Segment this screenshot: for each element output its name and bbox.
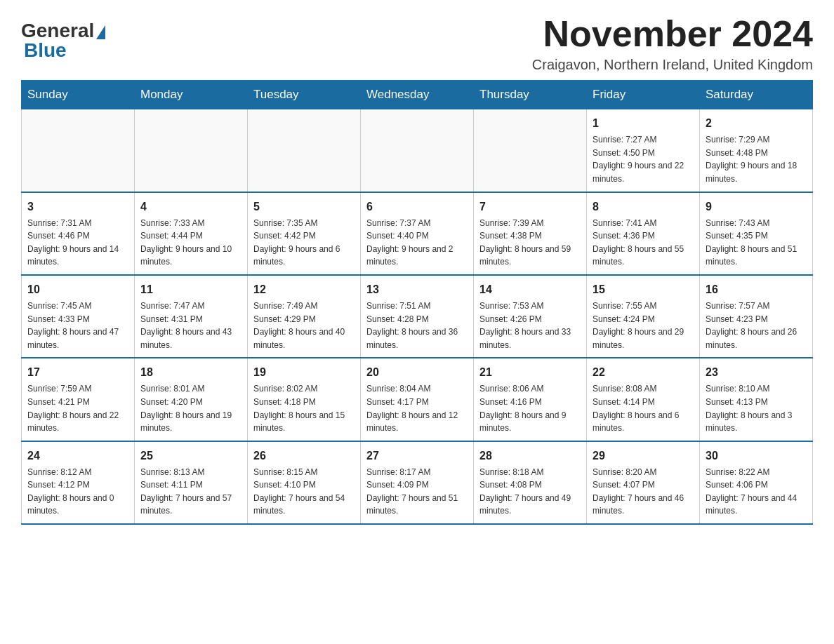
day-info: Sunrise: 8:12 AM Sunset: 4:12 PM Dayligh… bbox=[27, 466, 128, 518]
day-number: 9 bbox=[706, 199, 807, 215]
table-row bbox=[474, 109, 587, 192]
table-row: 22Sunrise: 8:08 AM Sunset: 4:14 PM Dayli… bbox=[587, 358, 700, 441]
day-info: Sunrise: 7:59 AM Sunset: 4:21 PM Dayligh… bbox=[27, 382, 128, 434]
table-row: 11Sunrise: 7:47 AM Sunset: 4:31 PM Dayli… bbox=[135, 275, 248, 358]
calendar-week-row: 1Sunrise: 7:27 AM Sunset: 4:50 PM Daylig… bbox=[22, 109, 813, 192]
day-number: 10 bbox=[27, 281, 128, 298]
day-number: 1 bbox=[593, 115, 694, 132]
day-number: 11 bbox=[140, 281, 241, 298]
col-monday: Monday bbox=[135, 81, 248, 109]
day-info: Sunrise: 7:53 AM Sunset: 4:26 PM Dayligh… bbox=[479, 300, 581, 351]
day-number: 26 bbox=[253, 448, 355, 464]
day-number: 29 bbox=[593, 448, 694, 464]
day-number: 2 bbox=[706, 115, 807, 132]
day-info: Sunrise: 7:37 AM Sunset: 4:40 PM Dayligh… bbox=[366, 217, 468, 269]
day-info: Sunrise: 7:49 AM Sunset: 4:29 PM Dayligh… bbox=[253, 300, 355, 351]
day-number: 22 bbox=[593, 364, 694, 381]
table-row: 15Sunrise: 7:55 AM Sunset: 4:24 PM Dayli… bbox=[587, 275, 700, 358]
table-row: 8Sunrise: 7:41 AM Sunset: 4:36 PM Daylig… bbox=[587, 192, 700, 275]
day-info: Sunrise: 8:10 AM Sunset: 4:13 PM Dayligh… bbox=[706, 382, 807, 434]
day-number: 24 bbox=[27, 448, 128, 464]
day-info: Sunrise: 8:06 AM Sunset: 4:16 PM Dayligh… bbox=[479, 382, 581, 434]
table-row: 4Sunrise: 7:33 AM Sunset: 4:44 PM Daylig… bbox=[135, 192, 248, 275]
calendar-week-row: 17Sunrise: 7:59 AM Sunset: 4:21 PM Dayli… bbox=[22, 358, 813, 441]
day-number: 15 bbox=[593, 281, 694, 298]
table-row: 24Sunrise: 8:12 AM Sunset: 4:12 PM Dayli… bbox=[22, 441, 135, 524]
table-row: 5Sunrise: 7:35 AM Sunset: 4:42 PM Daylig… bbox=[248, 192, 361, 275]
col-wednesday: Wednesday bbox=[361, 81, 474, 109]
day-info: Sunrise: 8:22 AM Sunset: 4:06 PM Dayligh… bbox=[706, 466, 807, 518]
table-row bbox=[22, 109, 135, 192]
day-info: Sunrise: 7:29 AM Sunset: 4:48 PM Dayligh… bbox=[706, 133, 807, 185]
day-number: 17 bbox=[27, 364, 128, 381]
col-thursday: Thursday bbox=[474, 81, 587, 109]
table-row: 23Sunrise: 8:10 AM Sunset: 4:13 PM Dayli… bbox=[700, 358, 813, 441]
day-number: 20 bbox=[366, 364, 468, 381]
day-info: Sunrise: 8:02 AM Sunset: 4:18 PM Dayligh… bbox=[253, 382, 355, 434]
table-row: 9Sunrise: 7:43 AM Sunset: 4:35 PM Daylig… bbox=[700, 192, 813, 275]
day-number: 28 bbox=[479, 448, 581, 464]
location-subtitle: Craigavon, Northern Ireland, United King… bbox=[532, 57, 813, 73]
month-title: November 2024 bbox=[532, 14, 813, 54]
table-row: 20Sunrise: 8:04 AM Sunset: 4:17 PM Dayli… bbox=[361, 358, 474, 441]
table-row: 19Sunrise: 8:02 AM Sunset: 4:18 PM Dayli… bbox=[248, 358, 361, 441]
col-tuesday: Tuesday bbox=[248, 81, 361, 109]
page-header: General Blue November 2024 Craigavon, No… bbox=[21, 14, 813, 73]
day-info: Sunrise: 8:20 AM Sunset: 4:07 PM Dayligh… bbox=[593, 466, 694, 518]
table-row bbox=[361, 109, 474, 192]
table-row: 16Sunrise: 7:57 AM Sunset: 4:23 PM Dayli… bbox=[700, 275, 813, 358]
day-info: Sunrise: 8:13 AM Sunset: 4:11 PM Dayligh… bbox=[140, 466, 241, 518]
day-number: 7 bbox=[479, 199, 581, 215]
table-row: 26Sunrise: 8:15 AM Sunset: 4:10 PM Dayli… bbox=[248, 441, 361, 524]
table-row: 27Sunrise: 8:17 AM Sunset: 4:09 PM Dayli… bbox=[361, 441, 474, 524]
day-info: Sunrise: 7:39 AM Sunset: 4:38 PM Dayligh… bbox=[479, 217, 581, 269]
day-info: Sunrise: 7:45 AM Sunset: 4:33 PM Dayligh… bbox=[27, 300, 128, 351]
day-number: 25 bbox=[140, 448, 241, 464]
day-info: Sunrise: 7:57 AM Sunset: 4:23 PM Dayligh… bbox=[706, 300, 807, 351]
table-row bbox=[135, 109, 248, 192]
day-info: Sunrise: 7:43 AM Sunset: 4:35 PM Dayligh… bbox=[706, 217, 807, 269]
day-info: Sunrise: 7:33 AM Sunset: 4:44 PM Dayligh… bbox=[140, 217, 241, 269]
table-row: 28Sunrise: 8:18 AM Sunset: 4:08 PM Dayli… bbox=[474, 441, 587, 524]
table-row: 10Sunrise: 7:45 AM Sunset: 4:33 PM Dayli… bbox=[22, 275, 135, 358]
day-number: 6 bbox=[366, 199, 468, 215]
day-number: 27 bbox=[366, 448, 468, 464]
day-number: 21 bbox=[479, 364, 581, 381]
table-row: 25Sunrise: 8:13 AM Sunset: 4:11 PM Dayli… bbox=[135, 441, 248, 524]
col-friday: Friday bbox=[587, 81, 700, 109]
title-section: November 2024 Craigavon, Northern Irelan… bbox=[532, 14, 813, 73]
day-info: Sunrise: 7:41 AM Sunset: 4:36 PM Dayligh… bbox=[593, 217, 694, 269]
table-row: 18Sunrise: 8:01 AM Sunset: 4:20 PM Dayli… bbox=[135, 358, 248, 441]
table-row bbox=[248, 109, 361, 192]
day-info: Sunrise: 8:08 AM Sunset: 4:14 PM Dayligh… bbox=[593, 382, 694, 434]
day-info: Sunrise: 8:17 AM Sunset: 4:09 PM Dayligh… bbox=[366, 466, 468, 518]
day-info: Sunrise: 7:27 AM Sunset: 4:50 PM Dayligh… bbox=[593, 133, 694, 185]
calendar-table: Sunday Monday Tuesday Wednesday Thursday… bbox=[21, 80, 813, 525]
table-row: 12Sunrise: 7:49 AM Sunset: 4:29 PM Dayli… bbox=[248, 275, 361, 358]
logo: General Blue bbox=[21, 21, 105, 60]
day-number: 5 bbox=[253, 199, 355, 215]
day-number: 13 bbox=[366, 281, 468, 298]
table-row: 7Sunrise: 7:39 AM Sunset: 4:38 PM Daylig… bbox=[474, 192, 587, 275]
logo-general-text: General bbox=[21, 21, 94, 41]
day-info: Sunrise: 7:35 AM Sunset: 4:42 PM Dayligh… bbox=[253, 217, 355, 269]
day-number: 14 bbox=[479, 281, 581, 298]
day-number: 19 bbox=[253, 364, 355, 381]
table-row: 29Sunrise: 8:20 AM Sunset: 4:07 PM Dayli… bbox=[587, 441, 700, 524]
day-info: Sunrise: 8:15 AM Sunset: 4:10 PM Dayligh… bbox=[253, 466, 355, 518]
logo-blue-text: Blue bbox=[21, 41, 105, 60]
table-row: 13Sunrise: 7:51 AM Sunset: 4:28 PM Dayli… bbox=[361, 275, 474, 358]
table-row: 30Sunrise: 8:22 AM Sunset: 4:06 PM Dayli… bbox=[700, 441, 813, 524]
day-number: 16 bbox=[706, 281, 807, 298]
calendar-week-row: 10Sunrise: 7:45 AM Sunset: 4:33 PM Dayli… bbox=[22, 275, 813, 358]
day-number: 12 bbox=[253, 281, 355, 298]
day-number: 3 bbox=[27, 199, 128, 215]
day-number: 8 bbox=[593, 199, 694, 215]
table-row: 2Sunrise: 7:29 AM Sunset: 4:48 PM Daylig… bbox=[700, 109, 813, 192]
col-saturday: Saturday bbox=[700, 81, 813, 109]
day-info: Sunrise: 8:04 AM Sunset: 4:17 PM Dayligh… bbox=[366, 382, 468, 434]
table-row: 1Sunrise: 7:27 AM Sunset: 4:50 PM Daylig… bbox=[587, 109, 700, 192]
day-number: 30 bbox=[706, 448, 807, 464]
day-info: Sunrise: 7:31 AM Sunset: 4:46 PM Dayligh… bbox=[27, 217, 128, 269]
table-row: 21Sunrise: 8:06 AM Sunset: 4:16 PM Dayli… bbox=[474, 358, 587, 441]
